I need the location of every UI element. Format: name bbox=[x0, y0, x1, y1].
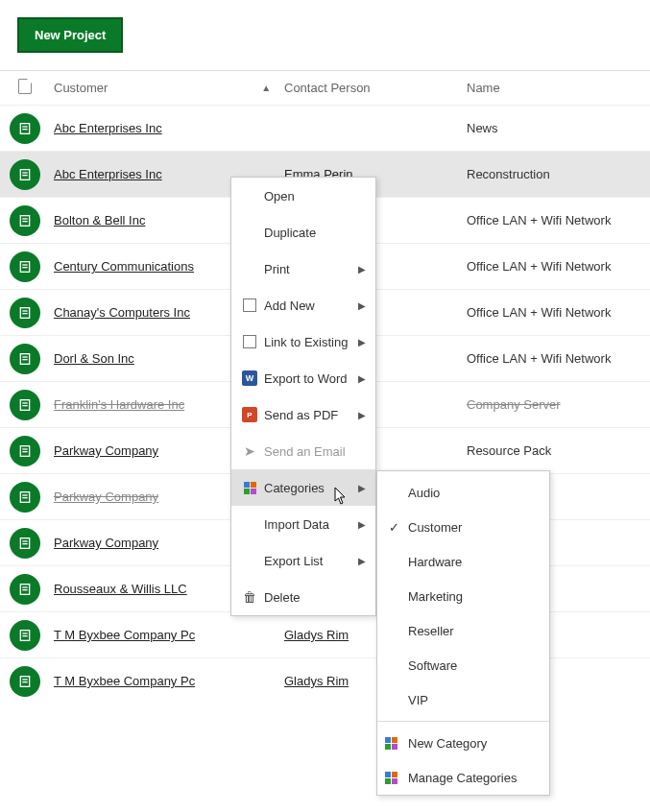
customer-link[interactable]: Franklin's Hardware Inc bbox=[54, 397, 184, 412]
project-icon bbox=[10, 298, 40, 328]
category-label: Hardware bbox=[402, 555, 462, 569]
ctx-export-list-label: Export List bbox=[260, 554, 358, 568]
ctx-export-word-label: Export to Word bbox=[260, 371, 358, 386]
customer-link[interactable]: Parkway Company bbox=[54, 490, 158, 504]
cell-name: Company Server bbox=[467, 397, 650, 412]
category-option[interactable]: Software bbox=[377, 648, 549, 682]
header-name[interactable]: Name bbox=[467, 81, 650, 95]
header-contact[interactable]: Contact Person bbox=[284, 81, 467, 95]
row-badge bbox=[0, 482, 50, 513]
category-label: VIP bbox=[402, 693, 428, 705]
chevron-right-icon: ▶ bbox=[358, 410, 366, 420]
cell-name: Office LAN + Wifi Network bbox=[467, 351, 650, 366]
ctx-import-data[interactable]: Import Data▶ bbox=[231, 506, 375, 542]
ctx-link-existing-label: Link to Existing bbox=[260, 335, 358, 349]
project-icon bbox=[10, 620, 40, 651]
chevron-right-icon: ▶ bbox=[358, 519, 366, 530]
category-option[interactable]: VIP bbox=[377, 682, 549, 704]
category-option[interactable]: Reseller bbox=[377, 613, 549, 648]
contact-link[interactable]: Gladys Rim bbox=[284, 674, 349, 688]
ctx-categories-label: Categories bbox=[260, 481, 358, 495]
row-badge bbox=[0, 436, 50, 466]
project-icon bbox=[10, 159, 40, 190]
cell-name: Reconstruction bbox=[467, 167, 650, 181]
trash-icon: 🗑 bbox=[239, 589, 260, 605]
category-label: Reseller bbox=[402, 624, 454, 638]
ctx-open[interactable]: Open bbox=[231, 178, 375, 214]
row-badge bbox=[0, 620, 50, 651]
ctx-send-pdf[interactable]: PSend as PDF▶ bbox=[231, 396, 375, 433]
category-label: Audio bbox=[402, 486, 440, 500]
new-project-button[interactable]: New Project bbox=[17, 17, 123, 53]
chevron-right-icon: ▶ bbox=[358, 300, 366, 311]
project-icon bbox=[10, 528, 40, 559]
cell-name: Office LAN + Wifi Network bbox=[467, 259, 650, 274]
cell-name: Office LAN + Wifi Network bbox=[467, 305, 650, 320]
ctx-add-new[interactable]: Add New▶ bbox=[231, 287, 375, 323]
customer-link[interactable]: Parkway Company bbox=[54, 443, 158, 458]
ctx-categories[interactable]: Categories▶ bbox=[231, 469, 375, 506]
ctx-send-email: ➤Send an Email bbox=[231, 433, 375, 469]
project-icon bbox=[10, 251, 40, 282]
customer-link[interactable]: Abc Enterprises Inc bbox=[54, 167, 162, 181]
category-option[interactable]: Hardware bbox=[377, 544, 549, 579]
category-option[interactable]: Marketing bbox=[377, 579, 549, 613]
row-badge bbox=[0, 159, 50, 190]
ctx-print-label: Print bbox=[260, 262, 358, 276]
project-icon bbox=[10, 390, 40, 420]
cell-customer: T M Byxbee Company Pc bbox=[50, 628, 284, 642]
category-option[interactable]: Audio bbox=[377, 475, 549, 510]
table-header: Customer ▲ Contact Person Name bbox=[0, 71, 650, 105]
table-row[interactable]: Abc Enterprises IncNews bbox=[0, 105, 650, 151]
cell-name: Resource Pack bbox=[467, 443, 650, 458]
cell-customer: Abc Enterprises Inc bbox=[50, 121, 284, 135]
ctx-print[interactable]: Print▶ bbox=[231, 251, 375, 287]
row-badge bbox=[0, 298, 50, 328]
chevron-right-icon: ▶ bbox=[358, 373, 366, 384]
chevron-right-icon: ▶ bbox=[358, 337, 366, 347]
row-badge bbox=[0, 113, 50, 144]
ctx-link-existing[interactable]: Link to Existing▶ bbox=[231, 323, 375, 360]
project-name: Office LAN + Wifi Network bbox=[467, 259, 611, 274]
category-option[interactable]: ✓Customer bbox=[377, 510, 549, 544]
project-name: Resource Pack bbox=[467, 443, 551, 458]
customer-link[interactable]: Rousseaux & Willis LLC bbox=[54, 582, 187, 596]
customer-link[interactable]: Bolton & Bell Inc bbox=[54, 213, 145, 227]
project-name: Office LAN + Wifi Network bbox=[467, 305, 611, 320]
row-badge bbox=[0, 666, 50, 697]
project-name: Reconstruction bbox=[467, 167, 550, 181]
table-row[interactable]: T M Byxbee Company PcGladys Rimon Platfo… bbox=[0, 611, 650, 657]
customer-link[interactable]: Chanay's Computers Inc bbox=[54, 305, 190, 320]
send-icon: ➤ bbox=[239, 443, 260, 459]
customer-link[interactable]: Dorl & Son Inc bbox=[54, 351, 134, 366]
project-name: Office LAN + Wifi Network bbox=[467, 351, 611, 366]
header-customer[interactable]: Customer ▲ bbox=[50, 81, 284, 95]
project-icon bbox=[10, 113, 40, 144]
row-badge bbox=[0, 205, 50, 236]
customer-link[interactable]: T M Byxbee Company Pc bbox=[54, 674, 195, 688]
table-row[interactable]: T M Byxbee Company PcGladys Rimrver bbox=[0, 657, 650, 704]
customer-link[interactable]: Parkway Company bbox=[54, 536, 158, 550]
ctx-delete[interactable]: 🗑Delete bbox=[231, 579, 375, 615]
project-name: Company Server bbox=[467, 397, 561, 412]
project-name: Office LAN + Wifi Network bbox=[467, 213, 611, 227]
toolbar: New Project bbox=[0, 0, 650, 71]
row-badge bbox=[0, 251, 50, 282]
customer-link[interactable]: T M Byxbee Company Pc bbox=[54, 628, 195, 642]
category-label: Marketing bbox=[402, 589, 463, 604]
customer-link[interactable]: Century Communications bbox=[54, 259, 194, 274]
word-icon: W bbox=[239, 370, 260, 386]
chevron-right-icon: ▶ bbox=[358, 483, 366, 493]
contact-link[interactable]: Gladys Rim bbox=[284, 628, 349, 642]
check-icon: ✓ bbox=[385, 520, 402, 535]
ctx-duplicate[interactable]: Duplicate bbox=[231, 214, 375, 251]
row-badge bbox=[0, 344, 50, 374]
project-icon bbox=[10, 482, 40, 513]
cell-name: Office LAN + Wifi Network bbox=[467, 213, 650, 227]
cell-customer: T M Byxbee Company Pc bbox=[50, 674, 284, 688]
link-icon bbox=[239, 335, 260, 348]
ctx-export-list[interactable]: Export List▶ bbox=[231, 542, 375, 579]
ctx-export-word[interactable]: WExport to Word▶ bbox=[231, 360, 375, 396]
project-icon bbox=[10, 205, 40, 236]
customer-link[interactable]: Abc Enterprises Inc bbox=[54, 121, 162, 135]
